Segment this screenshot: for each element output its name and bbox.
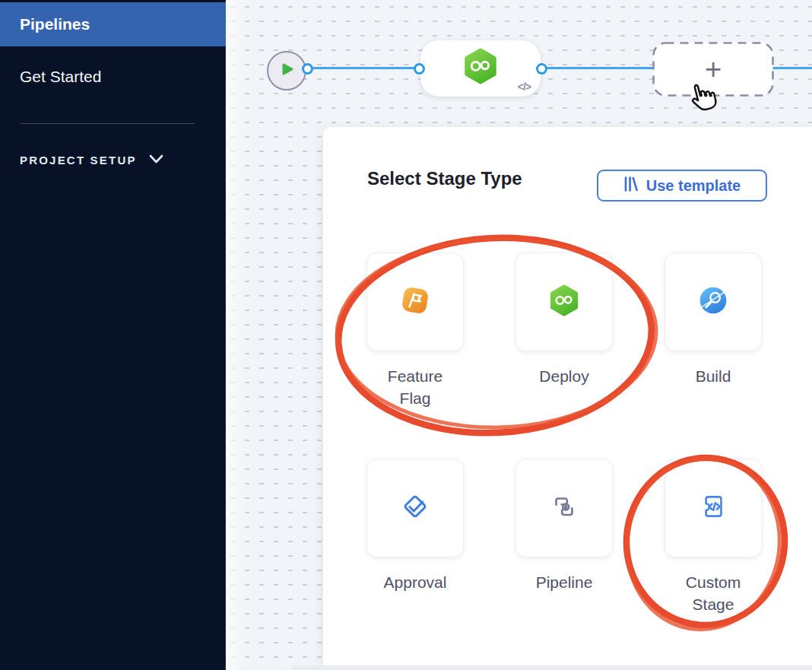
pipeline-start-node[interactable] — [267, 51, 306, 90]
custom-stage-icon — [696, 490, 730, 526]
section-label: PROJECT SETUP — [20, 154, 137, 167]
stage-type-build[interactable] — [665, 252, 762, 351]
stage-type-deploy[interactable] — [515, 252, 613, 351]
play-icon — [279, 62, 294, 80]
stage-type-label: Custom Stage — [671, 571, 755, 615]
stage-type-custom-stage[interactable] — [665, 459, 762, 557]
deploy-icon — [548, 284, 580, 319]
connector-dot — [302, 63, 313, 75]
deploy-hexagon-icon — [462, 48, 499, 87]
sidebar-section-project-setup[interactable]: PROJECT SETUP — [20, 154, 163, 167]
sidebar-item-label: Get Started — [20, 68, 101, 86]
feature-flag-icon — [398, 284, 432, 320]
stage-type-approval[interactable] — [366, 459, 464, 557]
sidebar: Pipelines Get Started PROJECT SETUP — [0, 0, 226, 670]
sidebar-item-pipelines[interactable]: Pipelines — [0, 2, 226, 46]
panel-bottom-edge — [291, 665, 812, 670]
stage-type-pipeline[interactable] — [515, 459, 613, 557]
template-library-icon — [623, 176, 639, 196]
connector-dot — [414, 63, 425, 75]
sidebar-divider — [20, 123, 195, 124]
stage-type-label: Pipeline — [522, 571, 606, 593]
build-icon — [697, 284, 729, 319]
code-badge: </> — [518, 81, 531, 93]
panel-title: Select Stage Type — [367, 168, 522, 189]
stage-type-label: Deploy — [522, 365, 606, 387]
stage-type-label: Build — [671, 365, 755, 387]
stage-type-label: Feature Flag — [373, 365, 457, 409]
deploy-stage-node[interactable]: </> — [420, 40, 541, 97]
pipeline-studio: Pipelines Get Started PROJECT SETUP — [0, 0, 812, 670]
stage-type-label: Approval — [373, 571, 457, 593]
approval-icon — [398, 490, 432, 526]
canvas-left-fade — [226, 0, 247, 670]
chevron-down-icon — [149, 154, 163, 167]
use-template-label: Use template — [646, 177, 741, 195]
pipeline-icon — [547, 490, 581, 526]
sidebar-item-get-started[interactable]: Get Started — [0, 59, 226, 94]
use-template-button[interactable]: Use template — [597, 170, 767, 202]
select-stage-type-panel: Select Stage Type Use template — [323, 127, 812, 665]
sidebar-item-label: Pipelines — [20, 15, 90, 33]
connector-dot — [536, 63, 547, 75]
stage-type-feature-flag[interactable] — [366, 252, 464, 351]
